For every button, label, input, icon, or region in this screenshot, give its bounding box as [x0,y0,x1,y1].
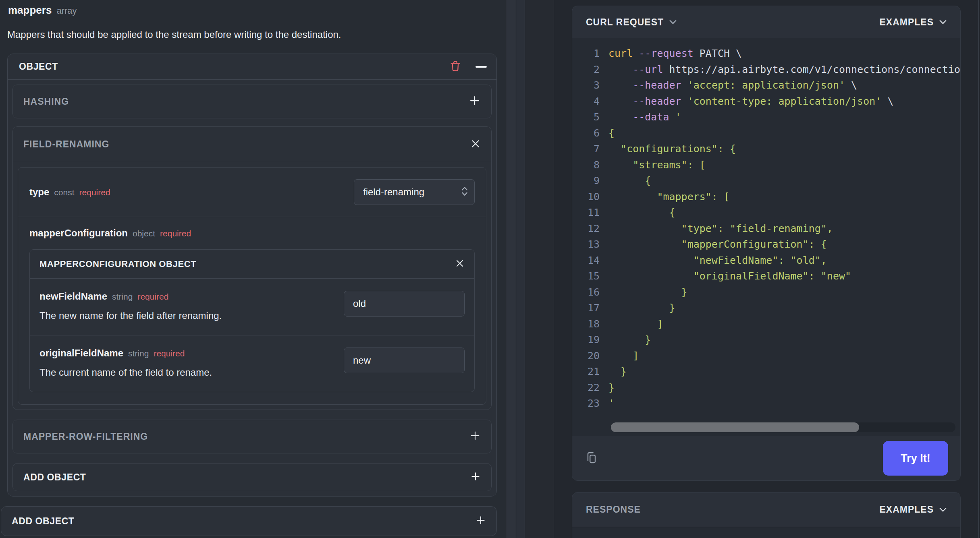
code-line: 6{ [572,125,960,141]
mapper-configuration-card-header: MAPPERCONFIGURATION OBJECT [30,250,474,279]
code-line: 15 "originalFieldName": "new" [572,268,960,284]
line-number: 9 [572,173,600,189]
code-text: --url https://api.airbyte.com/v1/connect… [608,62,960,78]
line-number: 7 [572,141,600,157]
add-object-button-inner[interactable]: ADD OBJECT [12,463,492,491]
page: mappers array Mappers that should be app… [0,0,980,538]
hashing-title: HASHING [23,96,69,107]
response-body [572,527,960,538]
code-line: 4 --header 'content-type: application/js… [572,93,960,110]
line-number: 5 [572,109,600,125]
copy-code-button[interactable] [584,450,599,467]
code-text: --data ' [608,109,681,125]
code-text: } [608,284,687,300]
curl-request-title: CURL REQUEST [586,17,664,28]
plus-icon [470,471,481,483]
line-number: 18 [572,316,600,332]
close-icon[interactable] [470,139,481,151]
mapper-configuration-card-title: MAPPERCONFIGURATION OBJECT [39,259,196,269]
code-line: 16 } [572,284,960,300]
new-field-name-input[interactable] [344,291,465,317]
required-badge: required [79,188,110,197]
line-number: 23 [572,395,600,412]
code-text: "newFieldName": "old", [608,252,827,269]
type-select[interactable]: field-renaming [354,179,475,205]
field-type-badge: array [56,6,77,16]
mapper-row-filtering-section[interactable]: MAPPER-ROW-FILTERING [12,420,492,453]
type-property-label: type const required [29,186,110,198]
try-it-button[interactable]: Try It! [883,441,948,476]
delete-object-button[interactable] [449,59,462,74]
property-name: mapperConfiguration [29,228,128,239]
mapper-configuration-card: MAPPERCONFIGURATION OBJECT [29,249,475,392]
code-line: 23' [572,395,960,412]
line-number: 8 [572,157,600,173]
original-field-name-input[interactable] [344,348,465,373]
line-number: 6 [572,125,600,141]
horizontal-scrollbar-thumb[interactable] [611,422,859,432]
property-kind: object [133,229,155,238]
code-line: 2 --url https://api.airbyte.com/v1/conne… [572,62,960,78]
line-number: 20 [572,348,600,364]
line-number: 2 [572,62,600,78]
code-line: 5 --data ' [572,109,960,125]
examples-dropdown[interactable]: EXAMPLES [879,17,947,28]
curl-request-dropdown[interactable]: CURL REQUEST [586,17,677,28]
examples-label: EXAMPLES [879,17,934,28]
code-text: ] [608,348,639,364]
code-line: 1curl --request PATCH \ [572,46,960,62]
code-text: --header 'accept: application/json' \ [608,77,857,93]
code-text: } [608,300,675,316]
property-name: originalFieldName [39,348,123,359]
field-renaming-header[interactable]: FIELD-RENAMING [13,127,491,162]
examples-dropdown[interactable]: EXAMPLES [879,504,947,515]
required-badge: required [137,292,168,302]
code-text: --header 'content-type: application/json… [608,93,893,110]
line-number: 12 [572,221,600,237]
code-line: 17 } [572,300,960,316]
trash-icon [449,59,462,74]
collapse-object-button[interactable] [475,66,487,68]
page-scrollbar[interactable] [506,0,516,538]
line-number: 10 [572,189,600,205]
type-select-value: field-renaming [363,186,461,198]
new-field-name-label: newFieldName string required [39,291,332,302]
close-icon[interactable] [455,259,465,270]
curl-request-header: CURL REQUEST EXAMPLES [572,6,960,38]
line-number: 13 [572,236,600,252]
property-description: The current name of the field to rename. [39,367,332,378]
code-line: 18 ] [572,316,960,332]
code-line: 3 --header 'accept: application/json' \ [572,77,960,93]
line-number: 22 [572,380,600,396]
code-line: 19 } [572,332,960,348]
code-text: } [608,380,615,396]
line-number: 17 [572,300,600,316]
code-editor[interactable]: 1curl --request PATCH \2 --url https://a… [572,38,960,436]
curl-request-footer: Try It! [572,436,960,480]
original-field-name-row: originalFieldName string required The cu… [30,335,474,392]
object-card: OBJECT HASHING [7,54,497,497]
code-text: "mappers": [ [608,189,730,205]
property-kind: string [112,292,133,302]
code-lines: 1curl --request PATCH \2 --url https://a… [572,46,960,412]
line-number: 3 [572,77,600,93]
required-badge: required [160,229,191,238]
line-number: 4 [572,93,600,110]
original-field-name-label: originalFieldName string required [39,348,332,359]
plus-icon[interactable] [469,430,481,443]
code-text: curl --request PATCH \ [608,46,742,62]
field-renaming-section: FIELD-RENAMING type [12,126,492,410]
plus-icon[interactable] [469,95,481,108]
line-number: 19 [572,332,600,348]
field-name: mappers [8,4,52,17]
add-object-button-outer[interactable]: ADD OBJECT [1,506,497,536]
object-card-body: HASHING FIELD-RENAMING [8,80,496,496]
horizontal-scrollbar [611,422,955,432]
field-description: Mappers that should be applied to the st… [7,29,341,40]
code-text: ' [608,395,615,412]
code-line: 8 "streams": [ [572,157,960,173]
window-scrollbar[interactable] [978,0,979,538]
line-number: 15 [572,268,600,284]
hashing-section[interactable]: HASHING [12,85,492,118]
response-panel: RESPONSE EXAMPLES [572,492,961,538]
